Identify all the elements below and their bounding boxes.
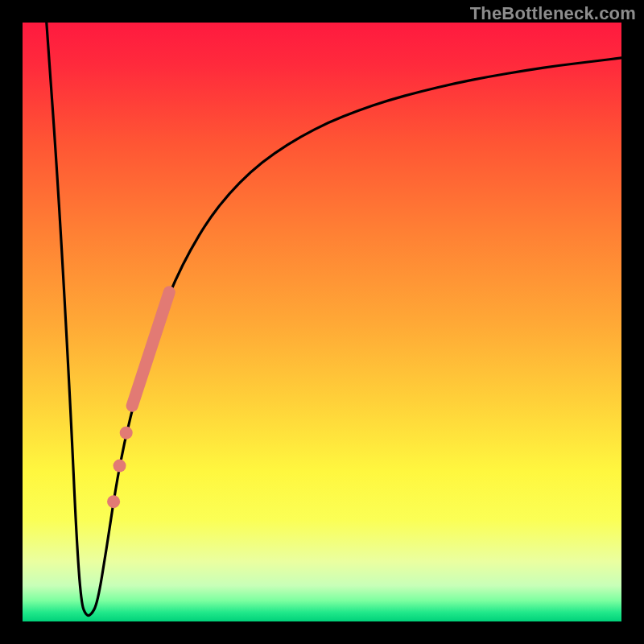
chart-stage: TheBottleneck.com bbox=[0, 0, 644, 644]
highlight-segment bbox=[132, 292, 169, 406]
bottleneck-curve bbox=[47, 23, 621, 616]
plot-area bbox=[23, 23, 621, 621]
curve-layer bbox=[23, 23, 621, 621]
highlight-dot bbox=[114, 460, 126, 473]
highlight-dot bbox=[107, 495, 120, 508]
watermark-text: TheBottleneck.com bbox=[470, 3, 636, 24]
highlight-dots bbox=[107, 427, 133, 509]
highlight-dot bbox=[120, 427, 133, 440]
